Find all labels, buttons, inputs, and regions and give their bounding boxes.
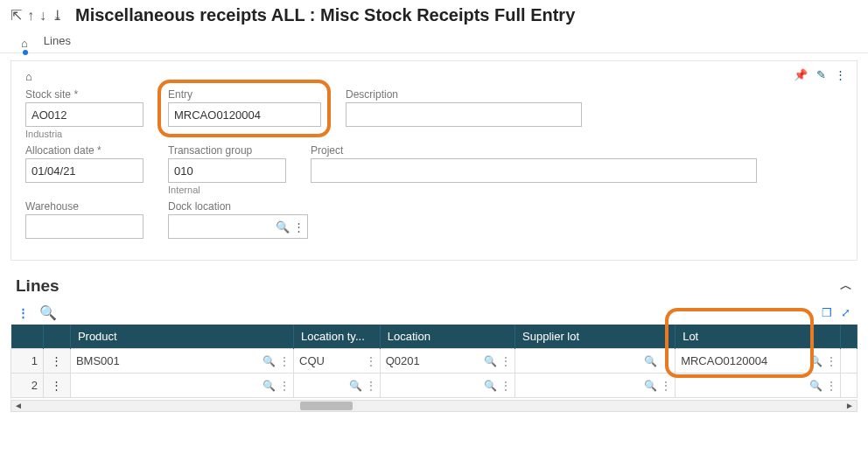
scroll-left-icon[interactable]: ◄ [11, 401, 25, 410]
input-txn-group[interactable] [168, 158, 286, 183]
col-supplier-lot[interactable]: Supplier lot [515, 325, 676, 349]
input-allocation-date[interactable] [25, 158, 144, 183]
field-warehouse: Warehouse [25, 200, 144, 239]
label-description: Description [346, 88, 582, 101]
cell-product[interactable]: BMS001🔍⋮ [70, 349, 293, 374]
cell-location[interactable]: 🔍⋮ [380, 374, 514, 398]
nav-first-icon[interactable]: ⇱ [10, 9, 22, 23]
table-row[interactable]: 2 ⋮ 🔍⋮ 🔍⋮ 🔍⋮ 🔍⋮ 🔍⋮ [11, 374, 858, 398]
panel-tools: 📌 ✎ ⋮ [794, 68, 846, 81]
expand-icon[interactable]: ⤢ [841, 306, 850, 319]
row-menu-icon[interactable]: ⋮ [44, 374, 71, 398]
pin-icon[interactable]: 📌 [794, 68, 808, 81]
vdots-icon[interactable]: ⋮ [366, 355, 376, 367]
label-warehouse: Warehouse [25, 200, 144, 213]
page-title: Miscellaneous receipts ALL : Misc Stock … [75, 5, 575, 25]
field-description: Description [346, 88, 582, 139]
field-project: Project [311, 144, 757, 195]
vdots-icon[interactable]: ⋮ [826, 355, 836, 367]
sub-stock-site: Industria [25, 129, 144, 139]
row-menu-icon[interactable]: ⋮ [44, 349, 71, 374]
vdots-icon[interactable]: ⋮ [279, 355, 290, 367]
breadcrumb-home-icon[interactable]: ⌂ [25, 70, 32, 83]
tab-lines[interactable]: Lines [44, 34, 71, 52]
input-project[interactable] [311, 158, 757, 183]
grid-lines: ⋮ 🔍 ❒ ⤢ Product Location ty... Location … [10, 301, 858, 398]
search-icon[interactable]: 🔍 [262, 380, 276, 392]
vdots-icon[interactable]: ⋮ [293, 220, 304, 234]
cell-loc-type[interactable]: CQU⋮ [294, 349, 381, 374]
field-allocation-date: Allocation date * [25, 144, 144, 195]
cell-supplier-lot[interactable]: 🔍⋮ [515, 349, 676, 374]
active-tab-indicator [23, 50, 28, 55]
col-lot[interactable]: Lot [676, 325, 841, 349]
input-entry[interactable] [168, 102, 321, 127]
label-stock-site: Stock site * [25, 88, 144, 101]
horizontal-scrollbar[interactable]: ◄ ► [10, 400, 858, 412]
table-header-row: Product Location ty... Location Supplier… [11, 325, 858, 349]
search-icon[interactable]: 🔍 [262, 355, 276, 367]
lines-table: Product Location ty... Location Supplier… [10, 325, 858, 398]
search-icon[interactable]: 🔍 [39, 304, 57, 321]
section-title-lines: Lines ︿ [16, 276, 852, 296]
sub-txn-group: Internal [168, 185, 286, 195]
label-txn-group: Transaction group [168, 144, 286, 157]
field-txn-group: Transaction group Internal [168, 144, 286, 195]
vdots-icon[interactable]: ⋮ [500, 380, 511, 392]
vdots-icon[interactable]: ⋮ [661, 380, 671, 392]
scroll-thumb[interactable] [300, 402, 353, 410]
home-icon[interactable]: ⌂ [21, 37, 28, 50]
chevron-up-icon[interactable]: ︿ [840, 278, 852, 294]
input-warehouse[interactable] [25, 214, 144, 239]
nav-last-icon[interactable]: ⤓ [52, 9, 63, 23]
cell-location[interactable]: Q0201🔍⋮ [380, 349, 514, 374]
search-icon[interactable]: 🔍 [809, 380, 822, 392]
nav-down-icon[interactable]: ↓ [39, 9, 46, 23]
nav-up-icon[interactable]: ↑ [27, 9, 34, 23]
vdots-icon[interactable]: ⋮ [826, 380, 836, 392]
search-icon[interactable]: 🔍 [349, 380, 362, 392]
vdots-icon[interactable]: ⋮ [661, 355, 671, 367]
header-panel: ⌂ 📌 ✎ ⋮ Stock site * Industria Entry Des… [10, 60, 858, 261]
search-icon[interactable]: 🔍 [644, 380, 657, 392]
grid-toolbar: ⋮ 🔍 ❒ ⤢ [10, 301, 858, 325]
lines-title: Lines [16, 276, 60, 296]
search-icon[interactable]: 🔍 [276, 220, 290, 234]
vdots-icon[interactable]: ⋮ [366, 380, 376, 392]
search-icon[interactable]: 🔍 [644, 355, 657, 367]
scroll-right-icon[interactable]: ► [843, 401, 857, 410]
input-description[interactable] [346, 102, 582, 127]
vdots-icon[interactable]: ⋮ [835, 68, 846, 81]
col-loc-type[interactable]: Location ty... [294, 325, 381, 349]
cell-overflow [841, 349, 858, 374]
pencil-icon[interactable]: ✎ [816, 68, 826, 81]
cell-rownum: 1 [11, 349, 44, 374]
grid-menu-icon[interactable]: ⋮ [18, 306, 29, 319]
col-product[interactable]: Product [70, 325, 293, 349]
search-icon[interactable]: 🔍 [809, 355, 822, 367]
cell-overflow [841, 374, 858, 398]
col-overflow [841, 325, 858, 349]
col-rownum [11, 325, 44, 349]
col-handle [44, 325, 71, 349]
nav-icons: ⇱ ↑ ↓ ⤓ [10, 9, 63, 23]
search-icon[interactable]: 🔍 [484, 355, 497, 367]
vdots-icon[interactable]: ⋮ [279, 380, 290, 392]
cell-loc-type[interactable]: 🔍⋮ [294, 374, 381, 398]
cell-lot[interactable]: 🔍⋮ [676, 374, 841, 398]
cube-icon[interactable]: ❒ [822, 306, 832, 319]
search-icon[interactable]: 🔍 [484, 380, 497, 392]
field-entry: Entry [168, 88, 321, 139]
col-location[interactable]: Location [380, 325, 514, 349]
label-entry: Entry [168, 88, 321, 101]
label-project: Project [311, 144, 757, 157]
cell-supplier-lot[interactable]: 🔍⋮ [515, 374, 676, 398]
field-dock: Dock location 🔍 ⋮ [168, 200, 308, 239]
cell-lot[interactable]: MRCAO0120004🔍⋮ [676, 349, 841, 374]
input-stock-site[interactable] [25, 102, 144, 127]
label-dock: Dock location [168, 200, 308, 213]
cell-product[interactable]: 🔍⋮ [70, 374, 293, 398]
table-row[interactable]: 1 ⋮ BMS001🔍⋮ CQU⋮ Q0201🔍⋮ 🔍⋮ MRCAO012000… [11, 349, 858, 374]
vdots-icon[interactable]: ⋮ [500, 355, 511, 367]
tab-bar: ⌂ Lines [0, 31, 868, 53]
